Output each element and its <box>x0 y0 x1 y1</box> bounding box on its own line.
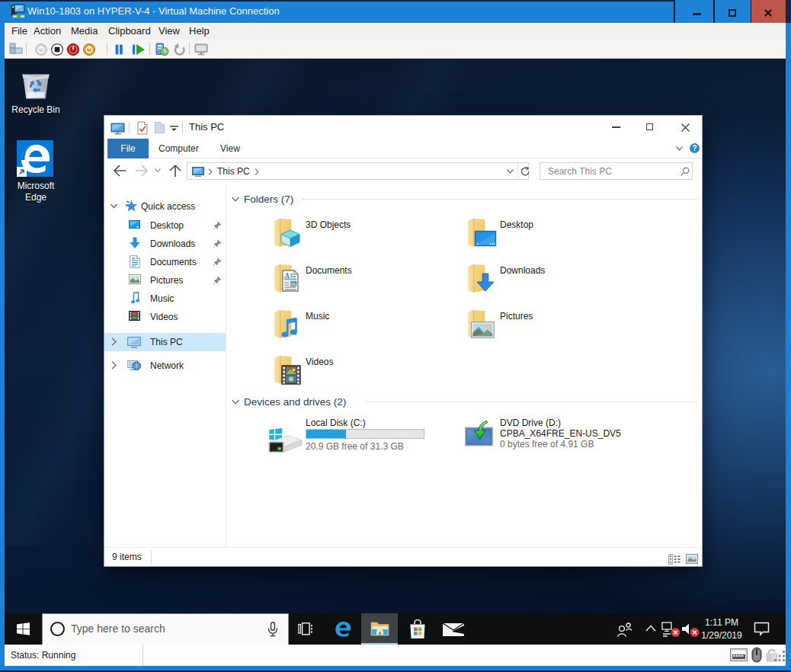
svg-text:A: A <box>283 271 290 280</box>
